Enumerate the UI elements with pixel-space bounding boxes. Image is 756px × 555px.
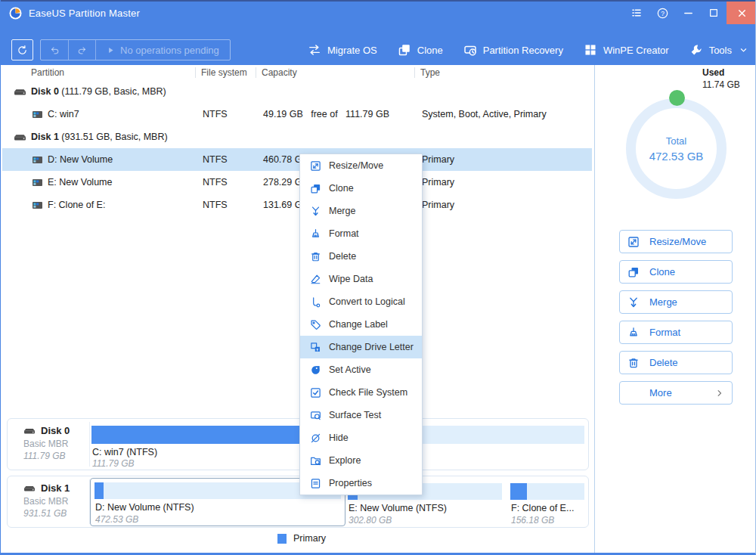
menu-item-merge[interactable]: Merge bbox=[300, 200, 422, 222]
c-capacity: 49.19 GB free of 111.79 GB bbox=[263, 103, 389, 126]
table-row-e[interactable]: E: New Volume NTFS 278.29 G Primary bbox=[2, 171, 592, 194]
d-type: Primary bbox=[422, 148, 454, 171]
titlebar[interactable]: EaseUS Partition Master ? bbox=[1, 2, 756, 24]
f-filesystem: NTFS bbox=[203, 194, 228, 216]
eye-slash-icon bbox=[310, 433, 321, 444]
used-value: 11.74 GB bbox=[702, 79, 740, 91]
d-name: D: New Volume bbox=[48, 148, 113, 171]
minimize-button[interactable] bbox=[675, 2, 701, 24]
disk1-name: Disk 1 bbox=[31, 132, 59, 142]
menu-item-resize-move[interactable]: Resize/Move bbox=[300, 154, 422, 177]
diskmap-disk0-card: Disk 0 Basic MBR 111.79 GB C: win7 (NTFS… bbox=[7, 418, 589, 470]
disk1-map-name: Disk 1 bbox=[41, 482, 70, 494]
menu-item-change-drive-letter[interactable]: Change Drive Letter bbox=[300, 336, 422, 358]
close-button[interactable] bbox=[727, 2, 756, 24]
app-logo-icon bbox=[9, 7, 22, 20]
partition-icon bbox=[32, 200, 44, 210]
pending-operations-button[interactable]: No operations pending bbox=[95, 40, 230, 60]
header-divider bbox=[195, 67, 196, 78]
table-row-disk1[interactable]: Disk 1 (931.51 GB, Basic, MBR) bbox=[2, 126, 592, 148]
sidebar-more-button[interactable]: More bbox=[619, 381, 733, 405]
maximize-icon bbox=[709, 8, 718, 17]
chevron-down-icon bbox=[739, 46, 748, 54]
sidebar-format-label: Format bbox=[649, 327, 680, 338]
undo-button[interactable] bbox=[41, 40, 68, 60]
table-row-disk0[interactable]: Disk 0 (111.79 GB, Basic, MBR) bbox=[2, 80, 592, 103]
sidebar-clone-button[interactable]: Clone bbox=[619, 260, 733, 284]
menu-label: Check File System bbox=[329, 387, 407, 398]
right-sidebar: Used 11.74 GB Total 472.53 GB Resize/Mov… bbox=[596, 65, 756, 553]
menu-item-wipe-data[interactable]: Wipe Data bbox=[300, 268, 422, 290]
menu-item-convert-to-logical[interactable]: Convert to Logical bbox=[300, 290, 422, 313]
disk0-detail: (111.79 GB, Basic, MBR) bbox=[59, 86, 166, 97]
redo-button[interactable] bbox=[68, 40, 95, 60]
operations-group: No operations pending bbox=[40, 39, 231, 60]
disk-icon bbox=[13, 132, 27, 142]
menu-item-explore[interactable]: Explore bbox=[300, 449, 422, 472]
sidebar-resize-move-button[interactable]: Resize/Move bbox=[619, 230, 733, 253]
menu-item-check-file-system[interactable]: Check File System bbox=[300, 381, 422, 404]
surface-test-icon bbox=[310, 410, 321, 421]
menu-item-clone[interactable]: Clone bbox=[300, 177, 422, 200]
menu-label: Wipe Data bbox=[329, 274, 373, 284]
menu-item-surface-test[interactable]: Surface Test bbox=[300, 404, 422, 426]
menu-list-button[interactable] bbox=[624, 2, 649, 24]
disk0-map-name: Disk 0 bbox=[41, 425, 70, 436]
partition-recovery-label: Partition Recovery bbox=[483, 45, 563, 56]
diskmap-disk0-info[interactable]: Disk 0 Basic MBR 111.79 GB bbox=[23, 425, 92, 461]
sidebar-merge-button[interactable]: Merge bbox=[619, 290, 733, 314]
col-capacity[interactable]: Capacity bbox=[262, 67, 297, 78]
menu-label: Clone bbox=[329, 183, 354, 194]
d-filesystem: NTFS bbox=[203, 148, 228, 171]
primary-legend-swatch bbox=[277, 534, 287, 544]
menu-item-set-active[interactable]: Set Active bbox=[300, 358, 422, 381]
diskmap-disk1-info[interactable]: Disk 1 Basic MBR 931.51 GB bbox=[23, 482, 92, 519]
partition-recovery-button[interactable]: Partition Recovery bbox=[463, 43, 563, 57]
migrate-os-button[interactable]: Migrate OS bbox=[308, 43, 377, 57]
help-button[interactable]: ? bbox=[649, 2, 675, 24]
col-filesystem[interactable]: File system bbox=[201, 67, 247, 78]
menu-label: Change Label bbox=[329, 319, 388, 330]
play-icon bbox=[107, 46, 115, 54]
col-type[interactable]: Type bbox=[420, 67, 440, 78]
table-row-d[interactable]: D: New Volume NTFS 460.78 G Primary bbox=[2, 148, 592, 171]
migrate-os-label: Migrate OS bbox=[327, 45, 377, 56]
menu-item-properties[interactable]: Properties bbox=[300, 472, 422, 495]
maximize-button[interactable] bbox=[701, 2, 727, 24]
tools-menu-button[interactable]: Tools bbox=[689, 43, 748, 57]
col-partition[interactable]: Partition bbox=[31, 67, 64, 78]
menu-item-change-label[interactable]: Change Label bbox=[300, 313, 422, 336]
menu-item-format[interactable]: Format bbox=[300, 222, 422, 245]
total-label: Total bbox=[666, 135, 686, 147]
sidebar-format-button[interactable]: Format bbox=[619, 321, 733, 344]
merge-icon bbox=[627, 296, 640, 309]
refresh-button[interactable] bbox=[11, 39, 33, 60]
menu-item-hide[interactable]: Hide bbox=[300, 426, 422, 449]
wrench-icon bbox=[689, 43, 703, 57]
svg-text:?: ? bbox=[661, 9, 665, 17]
legend: Primary bbox=[277, 533, 326, 544]
winpe-creator-button[interactable]: WinPE Creator bbox=[584, 43, 669, 57]
f-partition-box[interactable]: F: Clone of E... 156.18 GB bbox=[510, 479, 586, 526]
convert-logical-icon bbox=[310, 296, 321, 308]
c-type: System, Boot, Active, Primary bbox=[422, 103, 547, 126]
sidebar-more-label: More bbox=[649, 387, 672, 398]
menu-label: Properties bbox=[329, 478, 372, 488]
trash-icon bbox=[627, 357, 640, 369]
f-type: Primary bbox=[422, 194, 454, 216]
pending-operations-label: No operations pending bbox=[120, 45, 219, 56]
clone-icon bbox=[398, 43, 411, 57]
menu-item-delete[interactable]: Delete bbox=[300, 245, 422, 268]
table-row-c[interactable]: C: win7 NTFS 49.19 GB free of 111.79 GB … bbox=[2, 103, 592, 126]
header-divider bbox=[414, 67, 415, 78]
table-row-f[interactable]: F: Clone of E: NTFS 131.69 G Primary bbox=[2, 194, 592, 216]
clone-toolbar-button[interactable]: Clone bbox=[398, 43, 443, 57]
f-bar-size: 156.18 GB bbox=[511, 515, 554, 526]
disk0-map-scheme: Basic MBR bbox=[23, 439, 92, 449]
disk1-map-scheme: Basic MBR bbox=[23, 496, 92, 507]
e-type: Primary bbox=[422, 171, 454, 194]
c-bar-label: C: win7 (NTFS) bbox=[92, 447, 157, 457]
sidebar-delete-button[interactable]: Delete bbox=[619, 351, 733, 374]
migrate-os-icon bbox=[308, 43, 321, 57]
merge-icon bbox=[310, 206, 321, 217]
